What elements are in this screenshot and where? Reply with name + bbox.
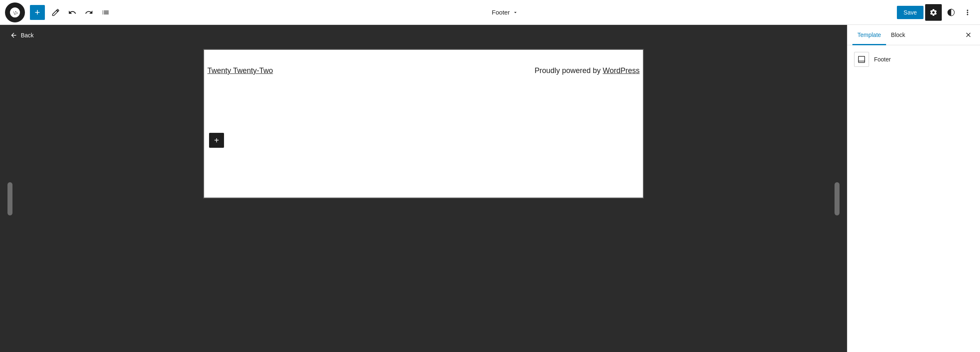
pencil-icon xyxy=(52,8,60,17)
wordpress-link[interactable]: WordPress xyxy=(603,66,640,75)
wp-logo[interactable]: W xyxy=(5,2,25,22)
wordpress-logo-icon: W xyxy=(9,7,21,18)
scroll-indicator-left xyxy=(7,182,12,215)
back-label: Back xyxy=(21,32,34,39)
toolbar-right: Save xyxy=(897,4,975,21)
tab-block[interactable]: Block xyxy=(886,25,910,45)
layout-bottom-icon xyxy=(857,55,866,64)
settings-icon xyxy=(929,8,938,17)
redo-icon xyxy=(85,8,93,17)
scroll-indicator-right xyxy=(835,182,840,215)
top-toolbar: W + Footer Save xyxy=(0,0,980,25)
editor-canvas[interactable]: Twenty Twenty-Two Proudly powered by Wor… xyxy=(203,49,644,198)
redo-button[interactable] xyxy=(81,5,96,20)
canvas-wrapper: Twenty Twenty-Two Proudly powered by Wor… xyxy=(0,46,847,352)
footer-content: Twenty Twenty-Two Proudly powered by Wor… xyxy=(204,50,643,92)
more-options-button[interactable] xyxy=(960,5,975,20)
site-title-link[interactable]: Twenty Twenty-Two xyxy=(207,66,273,75)
svg-text:W: W xyxy=(12,10,17,15)
list-view-icon xyxy=(101,8,110,17)
back-button[interactable]: Back xyxy=(7,30,37,41)
svg-rect-2 xyxy=(859,56,865,63)
save-button[interactable]: Save xyxy=(897,6,923,19)
sidebar-content: Footer xyxy=(847,45,980,73)
sidebar-close-button[interactable] xyxy=(962,28,975,42)
undo-icon xyxy=(68,8,76,17)
editor-topbar: Back xyxy=(0,25,847,46)
edit-button[interactable] xyxy=(48,5,63,20)
list-view-button[interactable] xyxy=(98,5,113,20)
sidebar-tabs: Template Block xyxy=(847,25,980,45)
add-block-toolbar-button[interactable]: + xyxy=(30,5,45,20)
more-icon xyxy=(963,8,972,17)
footer-title-label: Footer xyxy=(492,9,510,16)
settings-button[interactable] xyxy=(925,4,942,21)
style-button[interactable] xyxy=(943,5,958,20)
footer-title-button[interactable]: Footer xyxy=(488,6,522,18)
footer-icon-box xyxy=(854,52,869,67)
sidebar: Template Block Footer xyxy=(847,25,980,352)
half-circle-icon xyxy=(947,8,955,17)
close-icon xyxy=(965,31,972,39)
chevron-down-icon xyxy=(512,10,518,15)
undo-button[interactable] xyxy=(65,5,80,20)
editor-area: Back Twenty Twenty-Two Proudly powered b… xyxy=(0,25,847,352)
toolbar-center: Footer xyxy=(115,6,895,18)
powered-by-text: Proudly powered by WordPress xyxy=(534,66,640,75)
add-block-canvas-button[interactable]: + xyxy=(209,133,224,148)
footer-item-label: Footer xyxy=(874,56,891,63)
tab-template[interactable]: Template xyxy=(852,25,886,45)
arrow-left-icon xyxy=(10,32,17,39)
main-area: Back Twenty Twenty-Two Proudly powered b… xyxy=(0,25,980,352)
